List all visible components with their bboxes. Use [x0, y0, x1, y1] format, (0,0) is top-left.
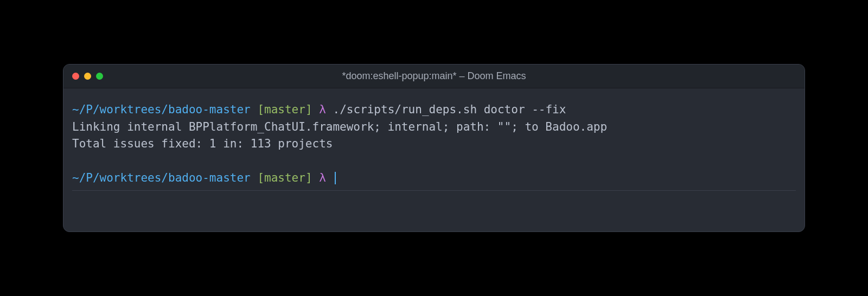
output-line-2: Total issues fixed: 1 in: 113 projects — [72, 136, 796, 153]
maximize-icon[interactable] — [96, 73, 103, 80]
output-line-1: Linking internal BPPlatform_ChatUI.frame… — [72, 119, 796, 136]
command-text: ./scripts/run_deps.sh doctor --fix — [333, 103, 566, 116]
prompt-lambda: λ — [319, 171, 326, 184]
prompt-branch: [master] — [257, 103, 312, 116]
blank-line — [72, 153, 796, 170]
minimize-icon[interactable] — [84, 73, 91, 80]
prompt-path: ~/P/worktrees/badoo-master — [72, 103, 251, 116]
close-icon[interactable] — [72, 73, 79, 80]
prompt-line-2: ~/P/worktrees/badoo-master [master] λ — [72, 170, 796, 187]
prompt-branch: [master] — [257, 171, 312, 184]
prompt-line-1: ~/P/worktrees/badoo-master [master] λ ./… — [72, 101, 796, 119]
divider — [72, 190, 796, 191]
prompt-path: ~/P/worktrees/badoo-master — [72, 171, 251, 184]
prompt-lambda: λ — [319, 103, 326, 116]
terminal-body[interactable]: ~/P/worktrees/badoo-master [master] λ ./… — [63, 88, 805, 231]
terminal-window: *doom:eshell-popup:main* – Doom Emacs ~/… — [63, 64, 805, 232]
cursor — [335, 172, 336, 184]
window-title: *doom:eshell-popup:main* – Doom Emacs — [63, 70, 805, 82]
titlebar: *doom:eshell-popup:main* – Doom Emacs — [63, 65, 805, 88]
traffic-lights — [72, 73, 103, 80]
